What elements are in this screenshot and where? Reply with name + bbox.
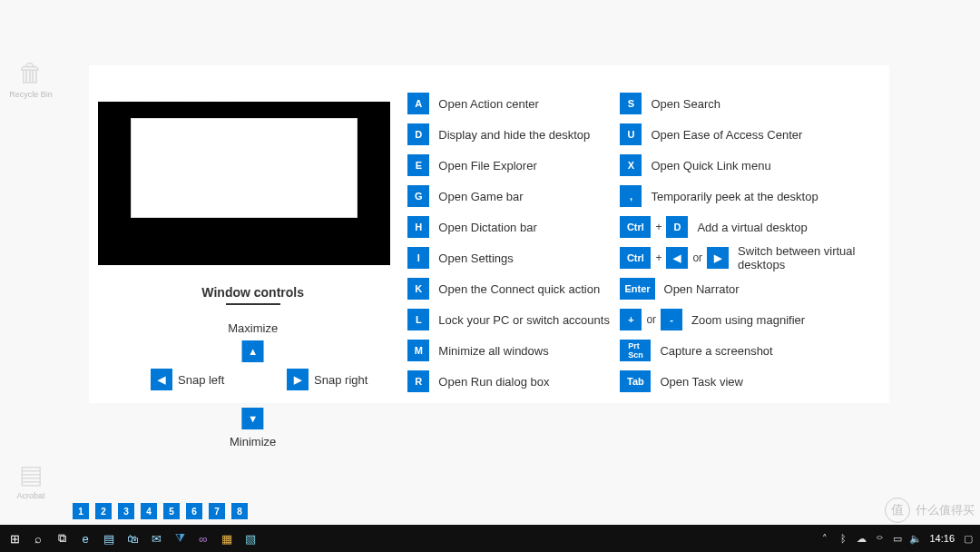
shortcut-row: MMinimize all windows	[407, 340, 620, 361]
shortcut-row: UOpen Ease of Access Center	[620, 123, 886, 145]
taskbar-number-hints: 12345678	[73, 503, 248, 519]
shortcut-desc: Switch between virtual desktops	[738, 244, 886, 271]
tray-onedrive-icon[interactable]: ☁	[853, 526, 869, 551]
shortcut-row: IOpen Settings	[407, 247, 620, 269]
windows-tips-overlay: Window controls Maximize ▲ Snap left ◀ ▶…	[89, 65, 889, 403]
key-badge: +	[620, 309, 642, 330]
key-badge: Enter	[620, 278, 654, 300]
shortcut-row: EOpen File Explorer	[407, 154, 620, 176]
shortcut-row: ,Temporarily peek at the desktop	[620, 185, 886, 207]
shortcut-desc: Lock your PC or switch accounts	[438, 313, 610, 327]
shortcut-desc: Open Search	[651, 97, 720, 111]
shortcut-row: EnterOpen Narrator	[620, 278, 886, 300]
key-badge: M	[407, 340, 429, 361]
arrow-up-key: ▲	[242, 340, 264, 362]
key-badge: S	[620, 93, 642, 114]
task-view-icon[interactable]: ⧉	[51, 526, 73, 551]
watermark-text: 什么值得买	[916, 502, 975, 518]
vscode-icon[interactable]: ⧩	[169, 526, 191, 551]
tray-volume-icon[interactable]: 🔈	[907, 526, 924, 551]
tray-chevron-icon[interactable]: ˄	[817, 526, 833, 551]
shortcut-icon: ▤	[5, 459, 56, 489]
key-badge: Ctrl	[620, 216, 651, 238]
recycle-bin-icon: 🗑	[5, 58, 56, 88]
arrow-left-key: ◀	[151, 369, 172, 390]
tray-battery-icon[interactable]: ▭	[889, 526, 906, 551]
shortcut-desc: Capture a screenshot	[660, 344, 772, 358]
app-icon[interactable]: ▦	[216, 526, 238, 551]
shortcut-desc: Add a virtual desktop	[697, 221, 807, 234]
arrow-right-key: ▶	[287, 369, 309, 390]
shortcut-row: KOpen the Connect quick action	[407, 278, 620, 300]
key-badge: Prt Scn	[620, 340, 651, 361]
key-badge: D	[666, 216, 688, 238]
taskbar[interactable]: ⊞ ⌕ ⧉ e ▤ 🛍 ✉ ⧩ ∞ ▦ ▧ ˄ ᛒ ☁ ⌔ ▭ 🔈 14:16 …	[0, 525, 980, 552]
shortcut-desc: Open Dictation bar	[438, 221, 536, 234]
shortcut-desc: Temporarily peek at the desktop	[651, 190, 818, 203]
shortcut-row: DDisplay and hide the desktop	[407, 123, 620, 145]
recycle-bin[interactable]: 🗑 Recycle Bin	[5, 58, 56, 99]
wc-label-snap-left: Snap left	[178, 373, 224, 387]
shortcut-desc: Open the Connect quick action	[438, 282, 600, 296]
shortcut-desc: Open Task view	[660, 375, 743, 389]
key-badge: L	[407, 309, 429, 330]
tray-bluetooth-icon[interactable]: ᛒ	[835, 526, 851, 551]
shortcut-desc: Open Game bar	[438, 190, 523, 203]
arrow-left-key: ◀	[666, 247, 688, 269]
taskbar-hint: 8	[231, 503, 248, 519]
tray-action-center-icon[interactable]: ▢	[960, 526, 976, 551]
store-icon[interactable]: 🛍	[122, 526, 143, 551]
shortcut-desc: Open Ease of Access Center	[651, 128, 802, 142]
taskbar-hint: 5	[163, 503, 180, 519]
watermark: 值 什么值得买	[885, 498, 975, 523]
thumbnail-preview	[98, 102, 390, 265]
taskbar-hint: 2	[95, 503, 112, 519]
shortcut-row: Ctrl+DAdd a virtual desktop	[620, 216, 886, 238]
key-badge: A	[407, 93, 429, 114]
shortcut-desc: Open Action center	[438, 97, 539, 111]
tray-wifi-icon[interactable]: ⌔	[871, 526, 887, 551]
shortcut-row: TabOpen Task view	[620, 370, 886, 392]
key-badge: H	[407, 216, 429, 238]
watermark-icon: 值	[885, 498, 910, 523]
shortcut-desc: Open Settings	[438, 251, 513, 265]
key-badge: Tab	[620, 370, 651, 392]
shortcut-desc: Open Narrator	[664, 282, 740, 296]
shortcut-desc: Zoom using magnifier	[691, 313, 805, 327]
shortcut-row: AOpen Action center	[407, 93, 620, 114]
start-button[interactable]: ⊞	[4, 526, 25, 551]
edge-icon[interactable]: e	[74, 526, 96, 551]
app-icon-2[interactable]: ▧	[240, 526, 261, 551]
shortcut-desc: Display and hide the desktop	[438, 128, 590, 142]
shortcut-row: Prt ScnCapture a screenshot	[620, 340, 886, 361]
shortcut-row: ROpen Run dialog box	[407, 370, 620, 392]
wc-label-snap-right: Snap right	[314, 373, 368, 387]
taskbar-hint: 4	[141, 503, 157, 519]
desktop-shortcut[interactable]: ▤ Acrobat	[5, 459, 56, 500]
taskbar-hint: 3	[118, 503, 134, 519]
key-badge: G	[407, 185, 429, 207]
arrow-down-key: ▼	[242, 408, 264, 429]
shortcut-row: +or-Zoom using magnifier	[620, 309, 886, 330]
shortcut-desc: Minimize all windows	[438, 344, 548, 358]
shortcut-row: LLock your PC or switch accounts	[407, 309, 620, 330]
section-title: Window controls	[98, 285, 407, 300]
key-badge: D	[407, 123, 429, 145]
shortcut-row: SOpen Search	[620, 93, 886, 114]
taskbar-hint: 1	[73, 503, 89, 519]
file-explorer-icon[interactable]: ▤	[98, 526, 120, 551]
key-badge: I	[407, 247, 429, 269]
mail-icon[interactable]: ✉	[145, 526, 167, 551]
key-badge: E	[407, 154, 429, 176]
shortcut-row: XOpen Quick Link menu	[620, 154, 886, 176]
arrow-right-key: ▶	[707, 247, 729, 269]
shortcut-desc: Open Run dialog box	[438, 375, 549, 389]
taskbar-clock[interactable]: 14:16	[926, 533, 958, 544]
shortcut-row: HOpen Dictation bar	[407, 216, 620, 238]
search-icon[interactable]: ⌕	[27, 526, 49, 551]
visual-studio-icon[interactable]: ∞	[192, 526, 214, 551]
shortcut-desc: Open Quick Link menu	[651, 159, 770, 172]
shortcut-row: GOpen Game bar	[407, 185, 620, 207]
wc-label-minimize: Minimize	[230, 435, 276, 448]
key-badge: K	[407, 278, 429, 300]
